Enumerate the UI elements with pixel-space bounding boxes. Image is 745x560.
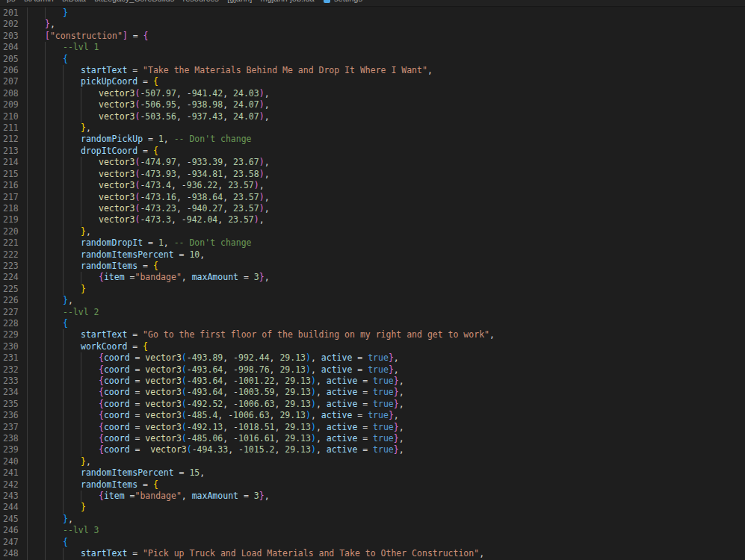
- line-number[interactable]: 220: [0, 226, 19, 237]
- line-number[interactable]: 228: [0, 318, 19, 329]
- code-line[interactable]: 227--lvl 2: [0, 307, 745, 318]
- breadcrumb-item[interactable]: resources: [182, 0, 220, 3]
- code-line[interactable]: 212randomPickUp = 1, -- Don't change: [0, 134, 745, 145]
- code-line[interactable]: 242randomItems = {: [0, 479, 745, 491]
- breadcrumb-symbol[interactable]: settings: [333, 0, 363, 3]
- code-line[interactable]: 224{item ="bandage", maxAmount = 3},: [0, 272, 745, 283]
- code-line[interactable]: 238{coord = vector3(-485.06, -1016.61, 2…: [0, 433, 745, 444]
- code-line[interactable]: 218vector3(-473.23, -940.27, 23.57),: [0, 203, 745, 214]
- line-number[interactable]: 247: [0, 537, 19, 548]
- code-line[interactable]: 211},: [0, 122, 745, 134]
- code-line[interactable]: 231{coord = vector3(-493.89, -992.44, 29…: [0, 352, 745, 364]
- code-line[interactable]: 203["construction"] = {: [0, 31, 745, 42]
- code-line[interactable]: 245},: [0, 514, 745, 525]
- breadcrumb-item[interactable]: txtLegacy_CoreBuilds: [93, 0, 175, 3]
- code-line[interactable]: 226},: [0, 295, 745, 306]
- line-number[interactable]: 202: [0, 19, 19, 30]
- line-number[interactable]: 241: [0, 467, 19, 479]
- line-number[interactable]: 243: [0, 491, 19, 502]
- code-line[interactable]: 230workCoord = {: [0, 341, 745, 352]
- line-number[interactable]: 223: [0, 261, 19, 272]
- code-line[interactable]: 219vector3(-473.3, -942.04, 23.57),: [0, 214, 745, 225]
- line-number[interactable]: 215: [0, 169, 19, 180]
- breadcrumb-item[interactable]: txAdmin: [23, 0, 55, 3]
- line-number[interactable]: 229: [0, 329, 19, 340]
- line-number[interactable]: 219: [0, 214, 19, 225]
- line-number[interactable]: 225: [0, 284, 19, 295]
- code-line[interactable]: 213dropItCoord = {: [0, 146, 745, 157]
- code-line[interactable]: 232{coord = vector3(-493.64, -998.76, 29…: [0, 364, 745, 376]
- line-number[interactable]: 212: [0, 134, 19, 145]
- code-line[interactable]: 205{: [0, 54, 745, 65]
- line-number[interactable]: 236: [0, 410, 19, 421]
- line-number[interactable]: 214: [0, 157, 19, 168]
- line-number[interactable]: 238: [0, 433, 19, 444]
- breadcrumb-item[interactable]: ps: [6, 0, 16, 3]
- line-number[interactable]: 208: [0, 88, 19, 99]
- line-number[interactable]: 244: [0, 502, 19, 513]
- line-number[interactable]: 217: [0, 192, 19, 203]
- breadcrumb-item[interactable]: [gjann]: [226, 0, 253, 3]
- code-line[interactable]: 220},: [0, 226, 745, 237]
- line-number[interactable]: 226: [0, 295, 19, 306]
- code-line[interactable]: 246--lvl 3: [0, 525, 745, 536]
- line-number[interactable]: 204: [0, 42, 19, 53]
- line-number[interactable]: 207: [0, 76, 19, 87]
- code-line[interactable]: 234{coord = vector3(-493.64, -1003.59, 2…: [0, 387, 745, 398]
- breadcrumb-item[interactable]: mgjann-job.lua: [260, 0, 315, 3]
- code-line[interactable]: 235{coord = vector3(-492.52, -1006.63, 2…: [0, 399, 745, 410]
- code-line[interactable]: 207pickUpCoord = {: [0, 76, 745, 87]
- code-line[interactable]: 201}: [0, 7, 745, 19]
- line-number[interactable]: 206: [0, 65, 19, 76]
- line-number[interactable]: 232: [0, 364, 19, 376]
- line-number[interactable]: 227: [0, 307, 19, 318]
- line-number[interactable]: 245: [0, 514, 19, 525]
- code-line[interactable]: 233{coord = vector3(-493.64, -1001.22, 2…: [0, 376, 745, 387]
- code-line[interactable]: 209vector3(-506.95, -938.98, 24.07),: [0, 99, 745, 111]
- code-line[interactable]: 216vector3(-473.4, -936.22, 23.57),: [0, 180, 745, 191]
- code-line[interactable]: 244}: [0, 502, 745, 513]
- code-line[interactable]: 214vector3(-474.97, -933.39, 23.67),: [0, 157, 745, 168]
- code-line[interactable]: 222randomItemsPercent = 10,: [0, 249, 745, 261]
- code-line[interactable]: 208vector3(-507.97, -941.42, 24.03),: [0, 88, 745, 99]
- code-line[interactable]: 237{coord = vector3(-492.13, -1018.51, 2…: [0, 422, 745, 433]
- line-number[interactable]: 248: [0, 548, 19, 559]
- line-number[interactable]: 242: [0, 479, 19, 491]
- code-line[interactable]: 248startText = "Pick up Truck and Load M…: [0, 548, 745, 559]
- code-line[interactable]: 225}: [0, 284, 745, 295]
- line-number[interactable]: 209: [0, 99, 19, 111]
- code-line[interactable]: 228{: [0, 318, 745, 329]
- line-number[interactable]: 203: [0, 31, 19, 42]
- line-number[interactable]: 240: [0, 456, 19, 467]
- line-number[interactable]: 231: [0, 352, 19, 364]
- code-line[interactable]: 243{item ="bandage", maxAmount = 3},: [0, 491, 745, 502]
- line-number[interactable]: 233: [0, 376, 19, 387]
- code-line[interactable]: 204--lvl 1: [0, 42, 745, 53]
- code-line[interactable]: 247{: [0, 537, 745, 548]
- line-number[interactable]: 216: [0, 180, 19, 191]
- line-number[interactable]: 235: [0, 399, 19, 410]
- line-number[interactable]: 239: [0, 444, 19, 455]
- code-editor[interactable]: 201}202},203["construction"] = {204--lvl…: [0, 7, 745, 560]
- code-line[interactable]: 229startText = "Go to the first floor of…: [0, 329, 745, 340]
- code-line[interactable]: 236{coord = vector3(-485.4, -1006.63, 29…: [0, 410, 745, 421]
- line-number[interactable]: 213: [0, 146, 19, 157]
- line-number[interactable]: 230: [0, 341, 19, 352]
- code-line[interactable]: 206startText = "Take the Materials Behin…: [0, 65, 745, 76]
- line-number[interactable]: 224: [0, 272, 19, 283]
- line-number[interactable]: 205: [0, 54, 19, 65]
- line-number[interactable]: 222: [0, 249, 19, 261]
- line-number[interactable]: 221: [0, 237, 19, 249]
- code-line[interactable]: 210vector3(-503.56, -937.43, 24.07),: [0, 111, 745, 122]
- code-line[interactable]: 239{coord = vector3(-494.33, -1015.2, 29…: [0, 444, 745, 455]
- breadcrumb-item[interactable]: txData: [61, 0, 87, 3]
- code-line[interactable]: 240},: [0, 456, 745, 467]
- code-line[interactable]: 223randomItems = {: [0, 261, 745, 272]
- line-number[interactable]: 237: [0, 422, 19, 433]
- line-number[interactable]: 246: [0, 525, 19, 536]
- line-number[interactable]: 218: [0, 203, 19, 214]
- code-line[interactable]: 215vector3(-473.93, -934.81, 23.58),: [0, 169, 745, 180]
- line-number[interactable]: 234: [0, 387, 19, 398]
- code-line[interactable]: 217vector3(-473.16, -938.64, 23.57),: [0, 192, 745, 203]
- line-number[interactable]: 210: [0, 111, 19, 122]
